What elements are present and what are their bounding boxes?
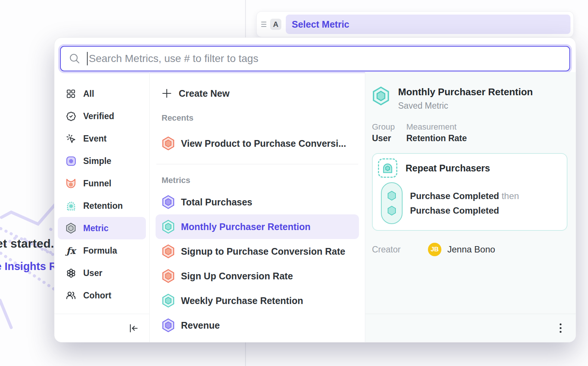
sidebar-item-label: All bbox=[83, 89, 94, 99]
metric-detail-panel: Monthly Purchaser Retention Saved Metric… bbox=[365, 72, 576, 342]
create-new-label: Create New bbox=[179, 88, 229, 99]
retention-metric-hexagon-icon bbox=[372, 86, 390, 111]
sidebar-item-user[interactable]: User bbox=[58, 262, 146, 284]
detail-subtitle: Saved Metric bbox=[398, 101, 533, 111]
metric-hexagon-icon bbox=[162, 318, 175, 332]
metric-item-label: Sign Up Conversion Rate bbox=[181, 271, 293, 282]
grid-all-icon bbox=[65, 89, 76, 99]
sidebar-item-metric[interactable]: Metric bbox=[58, 217, 146, 239]
search-input[interactable]: Search Metrics, use # to filter to tags bbox=[60, 46, 570, 71]
step-1-event: Purchase Completed then bbox=[410, 191, 519, 201]
sidebar-item-verified[interactable]: Verified bbox=[58, 105, 146, 127]
group-field: Group User bbox=[372, 122, 397, 143]
measurement-field: Measurement Retention Rate bbox=[406, 122, 467, 143]
detail-fields: Group User Measurement Retention Rate bbox=[372, 122, 567, 143]
detail-footer bbox=[365, 314, 576, 342]
repeat-purchasers-retention-icon bbox=[378, 158, 397, 178]
text-cursor bbox=[87, 52, 88, 65]
metric-item-signup-to-purchase[interactable]: Signup to Purchase Conversion Rate bbox=[156, 239, 359, 264]
metric-item-revenue[interactable]: Revenue bbox=[156, 313, 359, 338]
metric-item-label: Signup to Purchase Conversion Rate bbox=[181, 246, 345, 257]
detail-header: Monthly Purchaser Retention Saved Metric bbox=[372, 86, 567, 111]
sidebar-item-label: User bbox=[83, 268, 102, 278]
metric-hexagon-icon bbox=[65, 223, 76, 234]
collapse-panel-icon[interactable] bbox=[128, 323, 139, 334]
metric-item-label: Weekly Purchase Retention bbox=[181, 295, 303, 306]
definition-name: Repeat Purchasers bbox=[406, 163, 490, 174]
verified-badge-icon bbox=[65, 111, 76, 121]
formula-icon: ƒx bbox=[65, 245, 76, 256]
measurement-value: Retention Rate bbox=[406, 133, 467, 143]
simple-metric-icon bbox=[65, 156, 76, 166]
create-new-button[interactable]: Create New bbox=[156, 85, 359, 102]
select-metric-button[interactable]: Select Metric bbox=[286, 15, 570, 34]
filter-sidebar: All Verified bbox=[54, 72, 150, 342]
metric-item-total-purchases[interactable]: Total Purchases bbox=[156, 190, 359, 214]
metric-item-weekly-purchase-retention[interactable]: Weekly Purchase Retention bbox=[156, 288, 359, 313]
sidebar-item-formula[interactable]: ƒx Formula bbox=[58, 239, 146, 262]
sidebar-item-label: Verified bbox=[83, 111, 114, 121]
sidebar-item-all[interactable]: All bbox=[58, 83, 146, 105]
plus-icon bbox=[162, 88, 172, 99]
step-hexagon-icon bbox=[387, 190, 397, 201]
sidebar-footer bbox=[54, 314, 149, 342]
metric-hexagon-icon bbox=[162, 244, 175, 258]
metric-hexagon-icon bbox=[162, 294, 175, 308]
metrics-section-label: Metrics bbox=[162, 176, 359, 185]
funnel-icon bbox=[65, 178, 76, 189]
event-cursor-icon bbox=[65, 134, 76, 144]
metric-hexagon-icon bbox=[162, 220, 175, 234]
modal-columns: All Verified bbox=[54, 72, 576, 342]
metric-item-label: View Product to Purchase Conversi... bbox=[181, 138, 346, 149]
app-canvas: et started. e Insights Re A Select Metri… bbox=[0, 0, 588, 366]
section-divider bbox=[156, 164, 358, 164]
sidebar-item-label: Event bbox=[83, 134, 107, 144]
metric-item-label: Monthly Purchaser Retention bbox=[181, 221, 310, 232]
sidebar-item-label: Simple bbox=[83, 156, 111, 166]
sidebar-item-event[interactable]: Event bbox=[58, 127, 146, 150]
retention-steps-pill bbox=[381, 182, 403, 224]
metric-item-label: Revenue bbox=[181, 320, 220, 331]
cohort-icon bbox=[65, 290, 76, 301]
creator-label: Creator bbox=[372, 245, 428, 255]
sidebar-item-label: Metric bbox=[83, 223, 109, 233]
get-started-text: et started. bbox=[0, 237, 54, 251]
definition-header: Repeat Purchasers bbox=[378, 158, 562, 178]
recent-metric-item[interactable]: View Product to Purchase Conversi... bbox=[156, 131, 359, 156]
measurement-label: Measurement bbox=[406, 122, 467, 132]
step-2-event: Purchase Completed bbox=[410, 205, 519, 216]
group-value: User bbox=[372, 133, 397, 143]
metric-definition-card: Repeat Purchasers Purchase Completed bbox=[372, 153, 567, 231]
sidebar-item-funnel[interactable]: Funnel bbox=[58, 172, 146, 195]
kebab-menu-icon[interactable] bbox=[557, 321, 564, 335]
retention-icon bbox=[65, 201, 76, 211]
creator-name: Jenna Bono bbox=[447, 244, 495, 255]
sidebar-item-label: Formula bbox=[83, 246, 117, 256]
metric-item-label: Total Purchases bbox=[181, 197, 252, 208]
funnel-metric-hexagon-icon bbox=[162, 136, 175, 151]
drag-handle-icon[interactable] bbox=[259, 22, 269, 27]
creator-row: Creator JB Jenna Bono bbox=[372, 243, 567, 256]
step-hexagon-icon bbox=[387, 205, 397, 216]
select-metric-bar: A Select Metric bbox=[256, 11, 574, 37]
metric-list-column: Create New Recents View Product to Purch… bbox=[150, 72, 365, 342]
search-icon bbox=[69, 53, 80, 64]
group-label: Group bbox=[372, 122, 397, 132]
metric-item-sign-up-conversion[interactable]: Sign Up Conversion Rate bbox=[156, 264, 359, 288]
sidebar-item-label: Cohort bbox=[83, 291, 111, 301]
sidebar-item-cohort[interactable]: Cohort bbox=[58, 284, 146, 307]
detail-title: Monthly Purchaser Retention bbox=[398, 86, 533, 98]
insights-report-link[interactable]: e Insights Re bbox=[0, 260, 63, 273]
sidebar-item-retention[interactable]: Retention bbox=[58, 195, 146, 217]
sidebar-item-label: Retention bbox=[83, 201, 123, 211]
metric-picker-modal: Search Metrics, use # to filter to tags … bbox=[54, 37, 576, 342]
sidebar-item-label: Funnel bbox=[83, 179, 111, 189]
user-cluster-icon bbox=[65, 268, 76, 278]
metric-item-monthly-purchaser-retention[interactable]: Monthly Purchaser Retention bbox=[156, 214, 359, 239]
metric-hexagon-icon bbox=[162, 269, 175, 283]
series-a-badge: A bbox=[270, 19, 281, 30]
sidebar-item-simple[interactable]: Simple bbox=[58, 150, 146, 172]
metrics-list: Total Purchases Monthly Purchaser Retent… bbox=[156, 190, 359, 338]
select-metric-label: Select Metric bbox=[292, 19, 349, 30]
recents-section-label: Recents bbox=[162, 113, 359, 123]
